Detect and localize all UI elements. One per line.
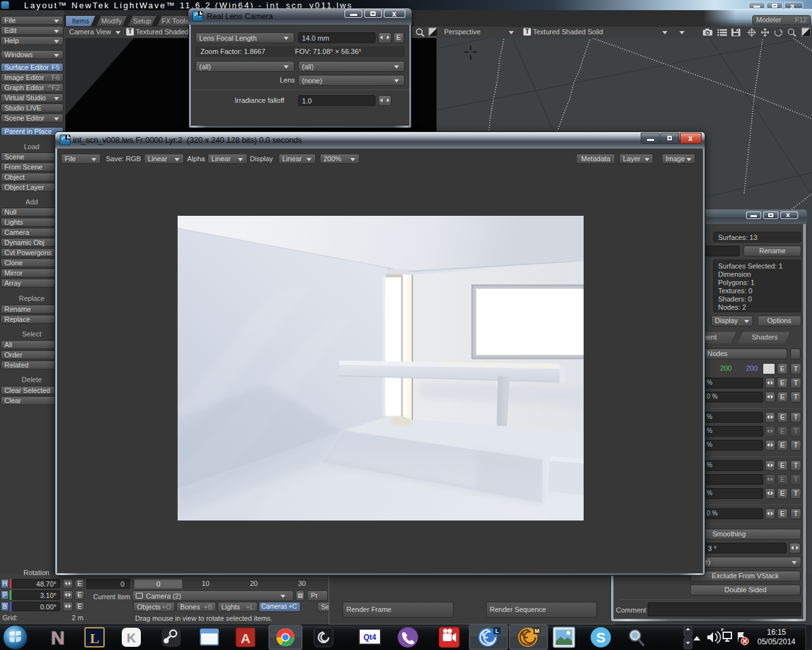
svg-text:L: L	[90, 630, 100, 646]
svg-text:L: L	[495, 628, 499, 634]
svg-text:05/05/2014: 05/05/2014	[757, 637, 796, 646]
svg-text:N: N	[51, 627, 65, 648]
svg-text:S: S	[596, 630, 606, 646]
svg-text:Qt4: Qt4	[363, 633, 376, 642]
svg-text:M: M	[535, 628, 540, 634]
svg-text:16:15: 16:15	[767, 628, 786, 637]
svg-text:A: A	[240, 631, 250, 646]
svg-text:K: K	[127, 631, 136, 645]
